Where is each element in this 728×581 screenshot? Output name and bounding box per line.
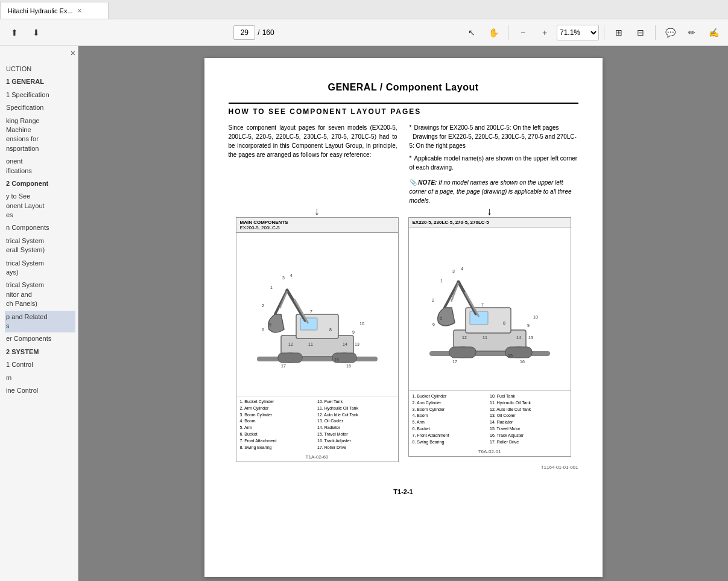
pdf-page-title: GENERAL / Component Layout: [229, 82, 578, 93]
diagram-left: MAIN COMPONENTS EX200-5, 200LC-5: [236, 217, 399, 462]
svg-rect-32: [470, 311, 488, 325]
svg-text:7: 7: [481, 303, 484, 307]
diagram-left-footer: T1A-02-60: [236, 452, 398, 462]
layout-button[interactable]: ⊟: [631, 23, 650, 42]
diagram-left-content: 1 2 3 4 5 6 7 8 9 10 11: [236, 233, 398, 396]
sign-button[interactable]: ✍: [704, 23, 723, 42]
svg-text:4: 4: [461, 267, 463, 271]
svg-text:10: 10: [533, 315, 538, 319]
diagram-left-legend: 1. Bucket Cylinder10. Fuel Tank 2. Arm C…: [236, 396, 398, 452]
pdf-page: GENERAL / Component Layout HOW TO SEE CO…: [204, 58, 603, 577]
svg-text:1: 1: [270, 285, 273, 290]
sidebar-item-engine-m[interactable]: m: [5, 372, 75, 384]
sidebar-item-range[interactable]: king RangeMachineensions fornsportation: [5, 115, 75, 156]
zoom-out-button[interactable]: −: [513, 23, 533, 42]
svg-text:4: 4: [290, 273, 293, 278]
sidebar-item-spec2[interactable]: Specification: [5, 101, 75, 114]
svg-text:6: 6: [262, 328, 264, 332]
sidebar-item-general[interactable]: 1 GENERAL: [5, 75, 75, 88]
svg-text:17: 17: [452, 360, 457, 364]
main-layout: × UCTION 1 GENERAL 1 Specification Speci…: [0, 46, 728, 581]
upload-icon: ⬆: [11, 28, 18, 37]
sidebar-item-system2[interactable]: 2 SYSTEM: [5, 346, 75, 358]
diagram-right-content: 1 2 3 4 5 6 7 8 9 10 11: [409, 227, 571, 390]
highlight-button[interactable]: ✏: [682, 23, 701, 42]
diagram-right-header: EX220-5, 230LC-5, 270-5, 270LC-5: [409, 218, 571, 227]
zoom-in-button[interactable]: +: [535, 23, 554, 42]
tab-close-button[interactable]: ×: [78, 7, 82, 15]
svg-text:10: 10: [359, 322, 364, 326]
diagram-right-legend: 1. Bucket Cylinder10. Fuel Tank 2. Arm C…: [409, 390, 571, 447]
diagram-right: EX220-5, 230LC-5, 270-5, 270LC-5: [408, 217, 571, 457]
pdf-area[interactable]: GENERAL / Component Layout HOW TO SEE CO…: [78, 46, 728, 581]
pdf-left-col: Since component layout pages for seven m…: [229, 123, 397, 205]
zoom-in-icon: +: [542, 28, 547, 37]
cursor-icon: ↖: [468, 28, 475, 37]
pdf-right-bullet-2: *Applicable model name(s) are shown on t…: [410, 154, 578, 172]
right-arrow-indicator: ↓: [487, 205, 492, 218]
pdf-note: 📎 NOTE: If no model names are shown on t…: [410, 178, 578, 205]
sidebar-item-elec-overall[interactable]: trical Systemerall System): [5, 235, 75, 257]
pdf-two-col: Since component layout pages for seven m…: [229, 123, 578, 205]
left-arrow-indicator: ↓: [314, 205, 320, 218]
sidebar-item-control1[interactable]: 1 Control: [5, 358, 75, 371]
sidebar-item-main-comp[interactable]: n Components: [5, 221, 75, 234]
sidebar-item-other-comp[interactable]: er Components: [5, 332, 75, 345]
sidebar-item-comp-spec[interactable]: onentifications: [5, 155, 75, 177]
download-button[interactable]: ⬇: [27, 23, 46, 42]
svg-text:3: 3: [452, 269, 455, 273]
pdf-section-title: HOW TO SEE COMPONENT LAYOUT PAGES: [229, 103, 578, 116]
pdf-right-bullet-1: *Drawings for EX200-5 and 200LC-5: On th…: [410, 123, 578, 150]
svg-text:13: 13: [355, 342, 359, 346]
svg-text:14: 14: [343, 342, 347, 346]
svg-text:9: 9: [352, 330, 355, 334]
svg-text:8: 8: [503, 321, 505, 325]
sidebar-item-engine-control[interactable]: ine Control: [5, 384, 75, 397]
upload-button[interactable]: ⬆: [5, 23, 24, 42]
svg-text:5: 5: [440, 316, 442, 320]
svg-text:16: 16: [520, 360, 525, 364]
svg-text:2: 2: [432, 298, 434, 302]
svg-text:15: 15: [334, 358, 339, 362]
svg-rect-3: [300, 318, 317, 330]
browser-tab[interactable]: Hitachi Hydraulic Ex... ×: [0, 2, 109, 19]
excavator-svg-left: 1 2 3 4 5 6 7 8 9 10 11: [245, 242, 390, 387]
sidebar-item-elec-panels[interactable]: trical Systemnitor andch Panels): [5, 279, 75, 310]
excavator-svg-right: 1 2 3 4 5 6 7 8 9 10 11: [417, 237, 562, 381]
svg-rect-35: [449, 347, 476, 358]
sidebar: × UCTION 1 GENERAL 1 Specification Speci…: [0, 46, 78, 581]
sidebar-item-intro[interactable]: UCTION: [5, 63, 75, 75]
tab-bar: Hitachi Hydraulic Ex... ×: [0, 0, 728, 19]
sidebar-item-component2[interactable]: 2 Component: [5, 177, 75, 190]
toolbar: ⬆ ⬇ / 160 ↖ ✋ − + 71.1% 50% 75% 100% 125…: [0, 19, 728, 46]
svg-line-38: [445, 282, 458, 308]
svg-text:9: 9: [527, 323, 530, 328]
fit-page-button[interactable]: ⊞: [609, 23, 628, 42]
sidebar-item-spec1[interactable]: 1 Specification: [5, 89, 75, 101]
fit-page-icon: ⊞: [615, 28, 622, 37]
sidebar-close-button[interactable]: ×: [71, 48, 75, 58]
hand-icon: ✋: [489, 28, 499, 37]
svg-text:12: 12: [288, 342, 293, 346]
svg-text:11: 11: [483, 335, 487, 340]
hand-tool-button[interactable]: ✋: [484, 23, 503, 42]
sidebar-item-elec-ways[interactable]: trical Systemays): [5, 257, 75, 279]
svg-text:12: 12: [462, 335, 467, 340]
zoom-select[interactable]: 71.1% 50% 75% 100% 125% 150%: [557, 25, 599, 40]
comment-button[interactable]: 💬: [660, 23, 680, 42]
layout-icon: ⊟: [637, 28, 644, 37]
diagram-left-wrapper: ↓ MAIN COMPONENTS EX200-5, 200LC-5: [236, 217, 399, 462]
svg-text:1: 1: [440, 279, 443, 283]
sidebar-item-pump-related[interactable]: p and Relateds: [5, 311, 75, 333]
svg-text:11: 11: [308, 342, 313, 346]
sign-icon: ✍: [709, 28, 719, 37]
zoom-out-icon: −: [521, 28, 525, 37]
page-current-input[interactable]: [233, 25, 255, 40]
page-total: 160: [262, 28, 274, 37]
sidebar-item-layout[interactable]: y to Seeonent Layoutes: [5, 190, 75, 221]
sidebar-collapse-button[interactable]: ◀: [78, 306, 78, 321]
cursor-tool-button[interactable]: ↖: [462, 23, 481, 42]
toolbar-divider-2: [604, 25, 604, 40]
pdf-left-text: Since component layout pages for seven m…: [229, 123, 397, 159]
svg-text:5: 5: [269, 323, 271, 327]
